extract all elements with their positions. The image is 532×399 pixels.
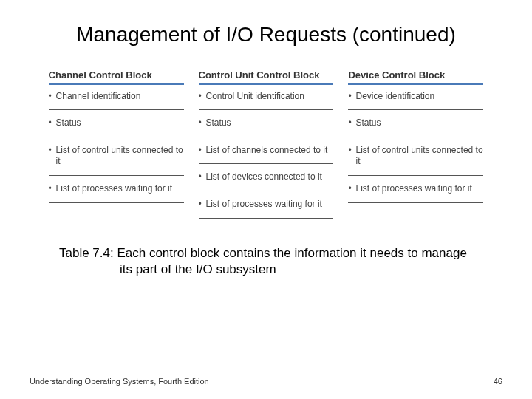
- list-item: Device identification: [348, 88, 483, 106]
- row-divider: [199, 163, 334, 164]
- row-divider: [199, 137, 334, 137]
- footer-source: Understanding Operating Systems, Fourth …: [30, 377, 209, 386]
- row-divider: [199, 109, 334, 110]
- row-divider: [49, 175, 184, 176]
- list-item: Status: [348, 115, 483, 132]
- list-item: Status: [199, 115, 334, 132]
- row-divider: [199, 218, 334, 219]
- list-item: Control Unit identification: [199, 88, 334, 106]
- list-item: Status: [49, 115, 184, 132]
- header-rule: [199, 83, 334, 85]
- column-header: Channel Control Block: [49, 69, 184, 83]
- column-header: Control Unit Control Block: [199, 69, 334, 83]
- header-rule: [49, 83, 184, 85]
- row-divider: [348, 137, 483, 137]
- table-caption: Table 7.4: Each control block contains t…: [59, 245, 473, 278]
- list-item: List of processes waiting for it: [199, 196, 334, 214]
- list-item: List of devices connected to it: [199, 168, 334, 186]
- list-item: List of control units connected to it: [348, 142, 483, 171]
- list-item: Channel identification: [49, 88, 184, 106]
- list-item: List of processes waiting for it: [348, 180, 483, 198]
- header-rule: [348, 83, 483, 85]
- column-channel-control-block: Channel Control Block Channel identifica…: [49, 69, 184, 223]
- column-device-control-block: Device Control Block Device identificati…: [348, 69, 483, 223]
- row-divider: [49, 137, 184, 137]
- row-divider: [199, 191, 334, 191]
- column-control-unit-control-block: Control Unit Control Block Control Unit …: [199, 69, 334, 223]
- row-divider: [348, 202, 483, 203]
- page-number: 46: [494, 377, 502, 386]
- list-item: List of channels connected to it: [199, 142, 334, 160]
- column-header: Device Control Block: [348, 69, 483, 83]
- list-item: List of control units connected to it: [49, 142, 184, 171]
- slide-title: Management of I/O Requests (continued): [30, 22, 502, 47]
- row-divider: [49, 202, 184, 203]
- control-block-table: Channel Control Block Channel identifica…: [49, 69, 484, 223]
- row-divider: [348, 109, 483, 110]
- slide-footer: Understanding Operating Systems, Fourth …: [30, 377, 502, 386]
- row-divider: [49, 109, 184, 110]
- row-divider: [348, 175, 483, 176]
- list-item: List of processes waiting for it: [49, 180, 184, 198]
